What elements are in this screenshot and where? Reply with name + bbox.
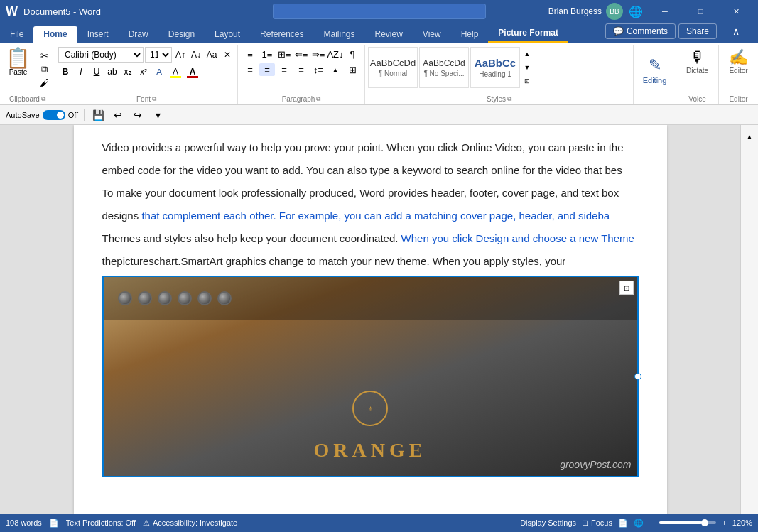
zoom-percent[interactable]: 120% bbox=[732, 519, 752, 527]
web-layout-button[interactable]: 🌐 bbox=[634, 519, 644, 528]
paragraph-expand-icon[interactable]: ⧉ bbox=[316, 95, 320, 103]
styles-expand-icon[interactable]: ⧉ bbox=[507, 95, 511, 103]
title-bar-search-area[interactable] bbox=[273, 4, 486, 19]
tab-help[interactable]: Help bbox=[451, 26, 489, 43]
styles-scroll[interactable]: ▲ ▼ ⊡ bbox=[521, 47, 533, 88]
tab-file[interactable]: File bbox=[0, 26, 33, 43]
decrease-indent-button[interactable]: ⇐≡ bbox=[293, 48, 309, 60]
multilevel-button[interactable]: ⊞≡ bbox=[276, 48, 292, 60]
format-painter-button[interactable]: 🖌 bbox=[36, 77, 52, 89]
proofing-icon[interactable]: 📄 bbox=[49, 519, 59, 528]
zoom-slider[interactable] bbox=[659, 521, 716, 524]
tab-insert[interactable]: Insert bbox=[77, 26, 119, 43]
editor-section[interactable]: ✍ Editor Editor bbox=[719, 45, 758, 104]
align-left-button[interactable]: ≡ bbox=[242, 63, 258, 76]
tab-home[interactable]: Home bbox=[33, 26, 77, 43]
show-marks-button[interactable]: ¶ bbox=[345, 48, 360, 60]
case-button[interactable]: Aa bbox=[205, 47, 219, 63]
accessibility-checker[interactable]: ⚠ Accessibility: Investigate bbox=[143, 519, 237, 528]
tab-design[interactable]: Design bbox=[158, 26, 205, 43]
tab-review[interactable]: Review bbox=[365, 26, 413, 43]
underline-button[interactable]: U bbox=[90, 64, 104, 80]
tab-view[interactable]: View bbox=[413, 26, 451, 43]
style-heading1[interactable]: AaBbCc Heading 1 bbox=[470, 47, 520, 88]
share-label: Share bbox=[686, 26, 709, 36]
word-count[interactable]: 108 words bbox=[6, 519, 42, 527]
clipboard-expand-icon[interactable]: ⧉ bbox=[41, 95, 45, 103]
comments-button[interactable]: 💬 Comments bbox=[605, 23, 676, 39]
autosave-toggle[interactable] bbox=[43, 110, 65, 120]
tab-references[interactable]: References bbox=[250, 26, 313, 43]
cut-button[interactable]: ✂ bbox=[36, 50, 52, 63]
borders-button[interactable]: ⊞ bbox=[345, 63, 360, 76]
scroll-up-button[interactable]: ▲ bbox=[744, 131, 755, 142]
text-effects-button[interactable]: A bbox=[152, 64, 166, 80]
zoom-out-icon: − bbox=[649, 519, 654, 527]
copy-button[interactable]: ⧉ bbox=[36, 63, 52, 76]
amp-knob-1 bbox=[118, 291, 132, 305]
comment-icon: 💬 bbox=[613, 26, 624, 36]
clear-format-button[interactable]: ✕ bbox=[220, 47, 234, 63]
style-normal[interactable]: AaBbCcDd ¶ Normal bbox=[368, 47, 418, 88]
bold-button[interactable]: B bbox=[58, 64, 72, 80]
para-row-1: ≡ 1≡ ⊞≡ ⇐≡ ⇒≡ AZ↓ ¶ bbox=[241, 47, 362, 61]
sort-button[interactable]: AZ↓ bbox=[327, 48, 343, 60]
styles-section-label: Styles ⧉ bbox=[365, 95, 633, 103]
autosave-area: AutoSave Off bbox=[6, 110, 78, 120]
align-right-button[interactable]: ≡ bbox=[276, 63, 292, 76]
title-bar-search[interactable] bbox=[273, 4, 486, 19]
tab-picture-format[interactable]: Picture Format bbox=[488, 25, 568, 43]
bullets-button[interactable]: ≡ bbox=[242, 48, 258, 60]
paste-button[interactable]: 📋 Paste bbox=[3, 47, 33, 92]
styles-scroll-up[interactable]: ▲ bbox=[521, 50, 533, 58]
zoom-out-button[interactable]: − bbox=[649, 519, 654, 527]
tab-mailings[interactable]: Mailings bbox=[313, 26, 364, 43]
focus-mode[interactable]: ⊡ Focus bbox=[582, 519, 612, 528]
paragraph-1: Video provides a powerful way to help yo… bbox=[102, 139, 639, 156]
font-color-button[interactable]: A bbox=[185, 64, 200, 80]
justify-button[interactable]: ≡ bbox=[293, 63, 309, 76]
voice-section[interactable]: 🎙 Dictate Voice bbox=[676, 45, 719, 104]
layout-options-button[interactable]: ⊡ bbox=[619, 281, 634, 295]
globe-button[interactable]: 🌐 bbox=[629, 5, 643, 18]
line-spacing-button[interactable]: ↕≡ bbox=[310, 63, 326, 76]
style-no-space[interactable]: AaBbCcDd ¶ No Spaci... bbox=[419, 47, 469, 88]
styles-expand[interactable]: ⊡ bbox=[521, 77, 533, 85]
subscript-button[interactable]: x₂ bbox=[121, 64, 135, 80]
undo-button[interactable]: ↩ bbox=[110, 107, 126, 123]
image-resize-handle[interactable] bbox=[634, 373, 641, 380]
redo-button[interactable]: ↪ bbox=[130, 107, 146, 123]
dictate-icon: 🎙 bbox=[690, 48, 705, 67]
font-size-select[interactable]: 11 bbox=[145, 47, 172, 63]
tab-layout[interactable]: Layout bbox=[205, 26, 250, 43]
tab-draw[interactable]: Draw bbox=[119, 26, 158, 43]
italic-button[interactable]: I bbox=[74, 64, 88, 80]
image-container[interactable]: ORANGE ⚜ groovyPost.com ⊡ bbox=[102, 276, 639, 477]
user-name: Brian Burgess bbox=[548, 6, 602, 16]
save-button[interactable]: 💾 bbox=[90, 107, 106, 123]
editing-section[interactable]: ✎ Editing bbox=[634, 45, 676, 104]
shading-button[interactable]: ▲ bbox=[327, 63, 343, 76]
paragraph-section: ≡ 1≡ ⊞≡ ⇐≡ ⇒≡ AZ↓ ¶ ≡ ≡ ≡ ≡ ↕≡ ▲ ⊞ Parag… bbox=[238, 45, 365, 104]
strikethrough-button[interactable]: ab bbox=[105, 64, 119, 80]
increase-indent-button[interactable]: ⇒≡ bbox=[310, 48, 326, 60]
display-settings[interactable]: Display Settings bbox=[520, 519, 576, 527]
increase-font-button[interactable]: A↑ bbox=[173, 47, 188, 63]
customize-qat-button[interactable]: ▾ bbox=[150, 107, 166, 123]
highlight-color-button[interactable]: A bbox=[168, 64, 183, 80]
zoom-in-button[interactable]: + bbox=[722, 519, 726, 527]
decrease-font-button[interactable]: A↓ bbox=[189, 47, 203, 63]
align-center-button[interactable]: ≡ bbox=[259, 63, 275, 76]
ribbon-collapse-button[interactable]: ∧ bbox=[720, 20, 752, 43]
toggle-knob bbox=[57, 112, 64, 119]
superscript-button[interactable]: x² bbox=[136, 64, 151, 80]
styles-scroll-down[interactable]: ▼ bbox=[521, 64, 533, 71]
styles-section: AaBbCcDd ¶ Normal AaBbCcDd ¶ No Spaci...… bbox=[365, 45, 634, 104]
font-expand-icon[interactable]: ⧉ bbox=[152, 95, 156, 103]
font-name-select[interactable]: Calibri (Body) bbox=[58, 47, 144, 63]
numbering-button[interactable]: 1≡ bbox=[259, 48, 275, 60]
share-button[interactable]: Share bbox=[678, 23, 717, 39]
text-predictions[interactable]: Text Predictions: Off bbox=[66, 519, 136, 527]
print-layout-button[interactable]: 📄 bbox=[618, 519, 628, 528]
clipboard-section: 📋 Paste ✂ ⧉ 🖌 Clipboard ⧉ bbox=[0, 45, 55, 104]
